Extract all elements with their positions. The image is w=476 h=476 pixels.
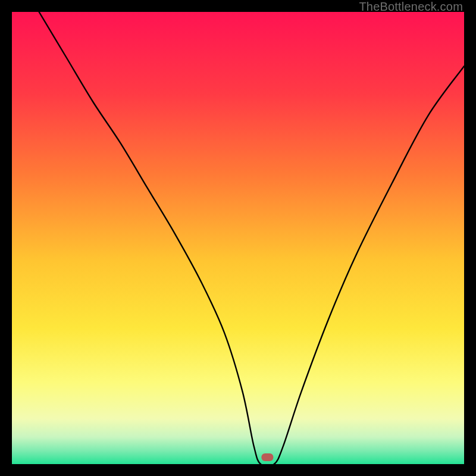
chart-frame	[0, 0, 476, 476]
watermark-text: TheBottleneck.com	[359, 0, 463, 14]
